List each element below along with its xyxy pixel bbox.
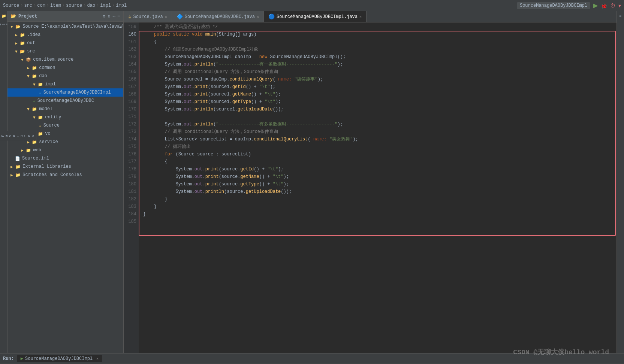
tree-item-dao[interactable]: ▼ 📁 dao: [7, 72, 123, 80]
tree-item-source-java-label: Source: [43, 123, 60, 128]
tree-item-web-label: web: [33, 148, 41, 153]
tree-item-entity[interactable]: ▼ 📁 entity: [7, 113, 123, 121]
tab-source-dao-label: SourceManageDAOByJDBC.java: [185, 14, 255, 19]
tree-item-source-dao[interactable]: ☕ SourceManageDAOByJDBC: [7, 97, 123, 105]
code-line-170: System.out.println(source1.getUploadDate…: [139, 106, 617, 113]
code-line-175: // 循环输出: [139, 143, 617, 151]
run-button[interactable]: ▶: [593, 2, 598, 9]
code-line-173: // 调用 conditionalQuery 方法，Source条件查询: [139, 128, 617, 136]
line-166: 166: [124, 76, 136, 83]
breadcrumb-com[interactable]: com: [37, 3, 45, 8]
right-rail-icon[interactable]: ≡: [617, 13, 624, 19]
profile-button[interactable]: ⏱: [610, 3, 615, 9]
tree-item-src[interactable]: ▼ 📂 src: [7, 47, 123, 55]
breadcrumb-source[interactable]: Source: [3, 3, 19, 8]
project-panel: 📂 Project ⚙ ⇕ ⋯ — ▼ 📂 Source E:\example\…: [7, 11, 124, 353]
line-183: 183: [124, 203, 136, 210]
code-line-178: System.out.print(source.getId() + "\t");: [139, 166, 617, 173]
favorites-tab[interactable]: Favorites: [0, 131, 36, 140]
structure-icon[interactable]: Str: [0, 21, 7, 28]
dots-icon[interactable]: ⋯: [113, 13, 115, 19]
code-line-164: System.out.println("---------------有一条数据…: [139, 61, 617, 68]
project-tree: ▼ 📂 Source E:\example\JavaTest\Java\Java…: [7, 22, 123, 353]
tree-item-out-label: out: [27, 40, 35, 46]
code-line-162: // 创建SourceManageDAOByJDBCImpl对象: [139, 46, 617, 53]
run-tab-close[interactable]: ✕: [96, 357, 99, 361]
code-content[interactable]: /** 测试代码是否运行成功 */ public static void mai…: [139, 22, 617, 353]
tree-item-com[interactable]: ▼ 📦 com.item.source: [7, 55, 123, 64]
settings-gear-icon[interactable]: ⚙: [103, 13, 105, 19]
tree-item-impl[interactable]: ▼ 📁 impl: [7, 80, 123, 88]
line-168: 168: [124, 91, 136, 98]
line-171: 171: [124, 113, 136, 121]
tree-item-dao-label: dao: [39, 73, 47, 79]
breadcrumb-dao[interactable]: dao: [87, 3, 95, 8]
tree-item-service-label: service: [39, 139, 58, 145]
breadcrumb-source2[interactable]: source: [66, 3, 82, 8]
tab-source-impl-label: SourceManageDAOByJDBCImpl.java: [277, 14, 358, 19]
line-169: 169: [124, 98, 136, 106]
run-config-label[interactable]: SourceManageDAOByJDBCImpl: [517, 2, 590, 9]
line-167: 167: [124, 83, 136, 91]
tree-item-scratches[interactable]: ▶ 📁 Scratches and Consoles: [7, 171, 123, 179]
tree-item-source-java[interactable]: ☕ Source: [7, 121, 123, 130]
tree-item-common[interactable]: ▶ 📁 common: [7, 64, 123, 72]
left-icon-rail: 📁 Str: [0, 11, 7, 353]
code-line-180: System.out.print(source.getType() + "\t"…: [139, 181, 617, 188]
tabs-bar: ☕ Source.java ✕ 🔷 SourceManageDAOByJDBC.…: [124, 11, 617, 22]
breadcrumb-class[interactable]: impl: [116, 3, 127, 8]
line-177: ◁ 177: [124, 158, 136, 166]
code-line-181: System.out.println(source.getUploadDate(…: [139, 188, 617, 195]
code-editor: 159 ▶ 160 161 162 163 164 165 166 167 16…: [124, 22, 617, 353]
tab-source-impl-close[interactable]: ✕: [359, 15, 362, 19]
tab-source-impl[interactable]: 🔵 SourceManageDAOByJDBCImpl.java ✕: [264, 11, 367, 22]
tab-source-java[interactable]: ☕ Source.java ✕: [124, 11, 172, 22]
code-line-184: }: [139, 210, 617, 218]
line-179: 179: [124, 173, 136, 181]
code-line-165: // 调用 conditionalQuery 方法，Source条件查询: [139, 68, 617, 76]
line-159: 159: [124, 23, 136, 31]
breadcrumb-item[interactable]: item: [50, 3, 61, 8]
tab-source-java-close[interactable]: ✕: [165, 15, 167, 19]
more-button[interactable]: ▾: [618, 3, 621, 9]
tab-source-dao[interactable]: 🔷 SourceManageDAOByJDBC.java ✕: [172, 11, 264, 22]
tree-item-source-iml[interactable]: 📄 Source.iml: [7, 154, 123, 163]
tab-impl-icon: 🔵: [268, 13, 275, 20]
code-line-163: SourceManageDAOByJDBCImpl daoImp = new S…: [139, 53, 617, 61]
right-rail: ≡: [617, 11, 624, 353]
run-tab[interactable]: ▶ SourceManageDAOByJDBCImpl ✕: [17, 355, 102, 362]
tree-item-model[interactable]: ▼ 📁 model: [7, 105, 123, 113]
tree-item-web[interactable]: ▶ 📁 web: [7, 146, 123, 154]
tree-item-scratches-label: Scratches and Consoles: [22, 172, 82, 178]
line-173: 173: [124, 128, 136, 136]
run-label: Run:: [3, 356, 14, 361]
line-175: 175: [124, 143, 136, 151]
tree-item-out[interactable]: ▶ 📁 out: [7, 39, 123, 47]
code-line-185: [139, 218, 617, 225]
tree-item-idea[interactable]: ▶ 📁 .idea: [7, 31, 123, 39]
top-right-actions: SourceManageDAOByJDBCImpl ▶ 🐞 ⏱ ▾: [517, 2, 621, 9]
minimize-icon[interactable]: —: [118, 13, 120, 19]
tree-item-source-dao-label: SourceManageDAOByJDBC: [37, 98, 94, 103]
debug-button[interactable]: 🐞: [601, 3, 607, 9]
breadcrumb-src[interactable]: src: [24, 3, 32, 8]
project-panel-header: 📂 Project ⚙ ⇕ ⋯ —: [7, 11, 123, 22]
tree-item-vo-label: vo: [45, 131, 50, 136]
project-icon[interactable]: 📁: [0, 13, 7, 19]
breadcrumb-impl[interactable]: impl: [100, 3, 111, 8]
left-vertical-tabs: Favorites: [0, 131, 36, 140]
line-176: 176: [124, 151, 136, 158]
expand-icon[interactable]: ⇕: [108, 13, 110, 19]
tree-item-ext-libs[interactable]: ▶ 📁 External Libraries: [7, 163, 123, 171]
code-line-159: /** 测试代码是否运行成功 */: [139, 23, 617, 31]
line-172: 172: [124, 121, 136, 128]
tab-source-dao-close[interactable]: ✕: [257, 15, 259, 19]
line-gutter: 159 ▶ 160 161 162 163 164 165 166 167 16…: [124, 22, 139, 353]
project-title: Project: [18, 14, 37, 19]
line-162: 162: [124, 46, 136, 53]
tree-item-source-impl[interactable]: ☕ SourceManageDAOByJDBCImpl: [7, 88, 123, 97]
code-line-167: System.out.print(source1.getId() + "\t")…: [139, 83, 617, 91]
tab-interface-icon: 🔷: [177, 13, 183, 20]
tree-root[interactable]: ▼ 📂 Source E:\example\JavaTest\Java\Java…: [7, 22, 123, 31]
code-line-174: List<Source> sourceList = daoImp.conditi…: [139, 136, 617, 143]
